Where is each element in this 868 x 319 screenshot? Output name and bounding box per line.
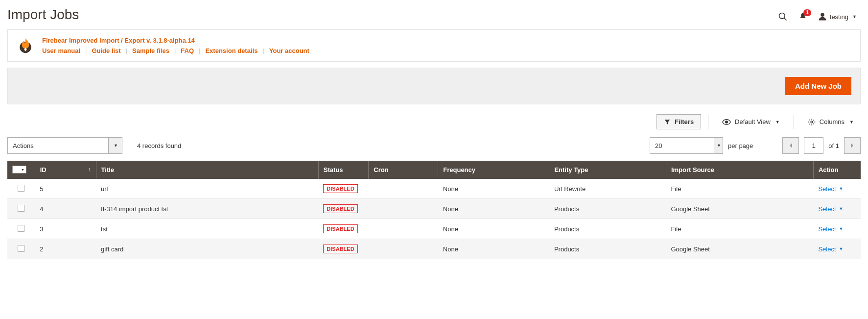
link-extension-details[interactable]: Extension details <box>205 47 258 54</box>
page-input[interactable] <box>804 137 823 154</box>
notification-badge: 1 <box>803 9 811 16</box>
cell-frequency: None <box>438 199 549 219</box>
cell-cron <box>369 199 438 219</box>
cell-entity: Products <box>549 199 666 219</box>
chevron-down-icon: ▼ <box>113 143 118 148</box>
row-select-dropdown[interactable]: Select ▼ <box>818 245 843 253</box>
chevron-down-icon: ▼ <box>839 246 844 251</box>
chevron-left-icon <box>789 143 793 148</box>
add-new-job-button[interactable]: Add New Job <box>785 77 851 95</box>
cell-entity: Products <box>549 239 666 259</box>
row-select-dropdown[interactable]: Select ▼ <box>818 205 843 213</box>
cell-title: gift card <box>96 239 318 259</box>
filters-button[interactable]: Filters <box>657 114 701 129</box>
col-select-all[interactable]: ▼ <box>7 161 35 179</box>
mass-actions-dropdown[interactable]: Actions ▼ <box>7 137 122 154</box>
per-page-select[interactable]: 20 ▼ <box>650 137 723 154</box>
user-menu[interactable]: testing ▼ <box>818 12 857 21</box>
cell-status: DISABLED <box>318 199 368 219</box>
svg-point-0 <box>779 13 785 19</box>
chevron-down-icon: ▼ <box>839 186 844 191</box>
records-found: 4 records found <box>137 142 181 149</box>
cell-cron <box>369 219 438 239</box>
svg-point-2 <box>821 13 824 17</box>
link-your-account[interactable]: Your account <box>269 47 309 54</box>
col-title[interactable]: Title <box>96 161 318 179</box>
table-row[interactable]: 3tstDISABLEDNoneProductsFileSelect ▼ <box>7 219 861 239</box>
link-user-manual[interactable]: User manual <box>42 47 80 54</box>
row-select-dropdown[interactable]: Select ▼ <box>818 185 843 193</box>
cell-cron <box>369 179 438 199</box>
cell-title: II-314 import product tst <box>96 199 318 219</box>
link-faq[interactable]: FAQ <box>181 47 194 54</box>
columns-label: Columns <box>820 118 845 125</box>
row-checkbox[interactable] <box>18 245 24 252</box>
row-checkbox[interactable] <box>18 205 24 212</box>
status-badge: DISABLED <box>323 184 357 193</box>
cell-title: tst <box>96 219 318 239</box>
col-frequency[interactable]: Frequency <box>438 161 549 179</box>
default-view-dropdown[interactable]: Default View ▼ <box>715 115 787 129</box>
action-bar: Add New Job <box>7 68 861 104</box>
link-guide-list[interactable]: Guide list <box>92 47 120 54</box>
chevron-down-icon: ▼ <box>774 120 780 124</box>
cell-action: Select ▼ <box>813 219 861 239</box>
extension-title: Firebear Improved Import / Export v. 3.1… <box>42 37 309 47</box>
funnel-icon <box>664 119 671 125</box>
cell-action: Select ▼ <box>813 179 861 199</box>
cell-status: DISABLED <box>318 219 368 239</box>
table-row[interactable]: 2gift cardDISABLEDNoneProductsGoogle She… <box>7 239 861 259</box>
cell-cron <box>369 239 438 259</box>
col-cron[interactable]: Cron <box>369 161 438 179</box>
username: testing <box>830 13 848 21</box>
notifications-icon[interactable]: 1 <box>798 12 807 21</box>
cell-id: 2 <box>35 239 96 259</box>
col-action: Action <box>813 161 861 179</box>
cell-source: File <box>666 219 813 239</box>
row-select-dropdown[interactable]: Select ▼ <box>818 225 843 233</box>
status-badge: DISABLED <box>323 224 357 233</box>
search-icon[interactable] <box>778 12 788 22</box>
link-sample-files[interactable]: Sample files <box>132 47 169 54</box>
page-title: Import Jobs <box>7 7 79 23</box>
chevron-right-icon <box>850 143 854 148</box>
chevron-down-icon: ▼ <box>716 143 721 148</box>
per-page-value: 20 <box>655 142 662 149</box>
firebear-logo-icon <box>17 37 34 54</box>
svg-line-1 <box>784 18 786 21</box>
per-page-label: per page <box>728 142 753 149</box>
gear-icon <box>808 118 816 126</box>
chevron-down-icon: ▼ <box>851 14 857 19</box>
col-import-source[interactable]: Import Source <box>666 161 813 179</box>
chevron-down-icon: ▼ <box>839 206 844 211</box>
cell-title: url <box>96 179 318 199</box>
status-badge: DISABLED <box>323 204 357 213</box>
row-checkbox[interactable] <box>18 185 24 192</box>
prev-page-button[interactable] <box>782 137 799 154</box>
cell-frequency: None <box>438 239 549 259</box>
cell-frequency: None <box>438 179 549 199</box>
mass-actions-label: Actions <box>13 142 34 149</box>
cell-status: DISABLED <box>318 179 368 199</box>
col-id[interactable]: ID↑ <box>35 161 96 179</box>
next-page-button[interactable] <box>844 137 861 154</box>
cell-source: Google Sheet <box>666 239 813 259</box>
table-row[interactable]: 4II-314 import product tstDISABLEDNonePr… <box>7 199 861 219</box>
chevron-down-icon: ▼ <box>20 168 25 172</box>
cell-action: Select ▼ <box>813 239 861 259</box>
svg-point-4 <box>726 121 728 123</box>
chevron-down-icon: ▼ <box>839 226 844 231</box>
svg-point-5 <box>811 121 813 123</box>
default-view-label: Default View <box>735 118 771 125</box>
table-row[interactable]: 5urlDISABLEDNoneUrl RewriteFileSelect ▼ <box>7 179 861 199</box>
columns-dropdown[interactable]: Columns ▼ <box>801 115 861 129</box>
chevron-down-icon: ▼ <box>848 120 854 124</box>
cell-entity: Url Rewrite <box>549 179 666 199</box>
row-checkbox[interactable] <box>18 225 24 232</box>
cell-frequency: None <box>438 219 549 239</box>
filters-label: Filters <box>675 118 694 125</box>
col-entity-type[interactable]: Entity Type <box>549 161 666 179</box>
extension-links: User manual| Guide list| Sample files| F… <box>42 47 309 54</box>
extension-info-bar: Firebear Improved Import / Export v. 3.1… <box>7 29 861 62</box>
col-status[interactable]: Status <box>318 161 368 179</box>
